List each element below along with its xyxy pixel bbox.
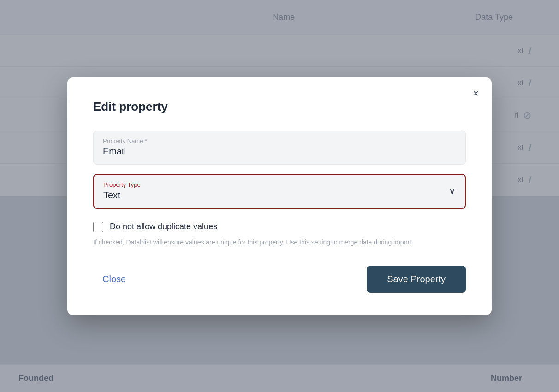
duplicate-checkbox-label: Do not allow duplicate values — [110, 222, 217, 232]
modal-footer: Close Save Property — [93, 266, 466, 293]
duplicate-checkbox[interactable] — [93, 222, 103, 232]
chevron-down-icon: ∨ — [449, 185, 456, 196]
property-type-field-group: Property Type Text ∨ — [93, 174, 466, 209]
save-property-button[interactable]: Save Property — [367, 266, 466, 293]
property-type-label: Property Type — [103, 181, 449, 188]
modal-overlay: × Edit property Property Name * Email Pr… — [0, 0, 559, 392]
close-button[interactable]: Close — [93, 268, 135, 290]
dropdown-content: Property Type Text — [103, 181, 449, 201]
hint-text: If checked, Datablist will ensure values… — [93, 238, 466, 247]
property-name-value: Email — [103, 146, 126, 156]
property-name-field-group: Property Name * Email — [93, 131, 466, 165]
edit-property-modal: × Edit property Property Name * Email Pr… — [67, 77, 492, 315]
modal-close-x-button[interactable]: × — [471, 87, 481, 101]
property-name-label: Property Name * — [103, 137, 456, 144]
duplicate-checkbox-row: Do not allow duplicate values — [93, 222, 466, 232]
property-type-dropdown[interactable]: Property Type Text ∨ — [93, 174, 466, 209]
property-type-value: Text — [103, 190, 120, 200]
property-name-field[interactable]: Property Name * Email — [93, 131, 466, 165]
modal-title: Edit property — [93, 100, 466, 114]
